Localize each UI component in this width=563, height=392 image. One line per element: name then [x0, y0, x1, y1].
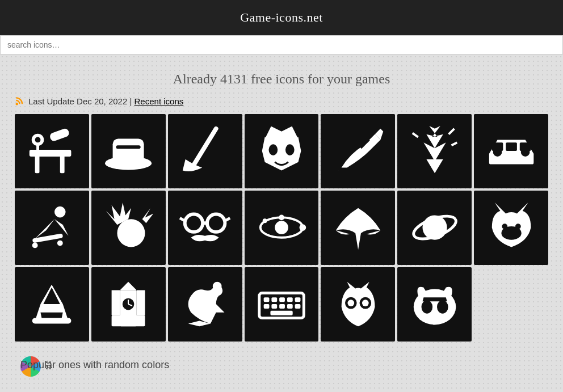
svg-point-13: [285, 145, 295, 156]
svg-rect-8: [113, 139, 144, 163]
svg-rect-19: [519, 143, 531, 151]
fireball-icon[interactable]: [91, 191, 166, 265]
svg-point-34: [263, 219, 267, 224]
svg-point-33: [279, 215, 284, 221]
svg-rect-40: [32, 318, 72, 324]
svg-point-39: [515, 224, 520, 229]
subway-icon[interactable]: [474, 114, 548, 188]
mask-icon[interactable]: [245, 114, 319, 188]
svg-rect-58: [287, 304, 293, 309]
svg-point-32: [299, 224, 306, 231]
telescope-icon[interactable]: [15, 114, 89, 188]
svg-point-30: [275, 221, 288, 235]
glasses-mustache-icon[interactable]: [168, 191, 242, 265]
svg-point-67: [437, 300, 448, 314]
svg-point-12: [268, 145, 278, 156]
header-bar: Game-icons.net: [0, 0, 563, 35]
svg-rect-56: [271, 304, 277, 309]
svg-rect-2: [60, 154, 65, 173]
svg-line-10: [194, 129, 216, 165]
svg-rect-9: [116, 146, 141, 149]
search-container: [0, 35, 563, 54]
search-input[interactable]: [0, 35, 563, 54]
svg-rect-47: [137, 290, 145, 315]
svg-point-38: [502, 224, 507, 229]
owl-icon[interactable]: [321, 267, 395, 342]
svg-rect-3: [30, 150, 72, 157]
svg-point-24: [117, 220, 145, 247]
popular-label: Popular ones with random colors: [20, 359, 169, 371]
tagline: Already 4131 free icons for your games: [15, 71, 548, 87]
goose-icon[interactable]: [168, 267, 242, 342]
skateboarder-icon[interactable]: [15, 191, 89, 265]
svg-rect-45: [112, 315, 145, 327]
svg-point-25: [185, 214, 203, 232]
bottom-area: Popular ones with random colors ⠿: [15, 351, 548, 380]
saturn-icon[interactable]: [397, 191, 472, 265]
broom-icon[interactable]: [168, 114, 242, 188]
update-text: Last Update Dec 20, 2022 |: [28, 96, 132, 106]
solar-system-icon[interactable]: [245, 191, 319, 265]
svg-rect-54: [295, 297, 301, 302]
badger-icon[interactable]: [397, 267, 472, 342]
svg-point-11: [188, 164, 194, 170]
svg-rect-53: [287, 297, 293, 302]
svg-rect-14: [489, 161, 533, 165]
helmet-icon[interactable]: [15, 267, 89, 342]
svg-rect-4: [49, 128, 70, 142]
svg-point-20: [54, 206, 66, 218]
svg-rect-1: [35, 154, 40, 173]
lightning-tree-icon[interactable]: [397, 114, 472, 188]
svg-line-28: [180, 218, 185, 221]
fox-icon[interactable]: [474, 191, 548, 265]
svg-rect-60: [270, 311, 292, 315]
site-title: Game-icons.net: [240, 10, 323, 25]
svg-rect-57: [279, 304, 285, 309]
svg-point-63: [347, 300, 354, 306]
eagle-icon[interactable]: [321, 191, 395, 265]
svg-point-64: [362, 300, 369, 306]
hat-icon[interactable]: [91, 114, 166, 188]
svg-point-66: [421, 300, 432, 314]
svg-point-48: [213, 282, 222, 291]
svg-point-23: [57, 241, 63, 246]
svg-point-5: [33, 136, 43, 145]
svg-rect-51: [271, 297, 277, 302]
recent-icons-link[interactable]: Recent icons: [135, 96, 184, 106]
keyboard-icon[interactable]: [245, 267, 319, 342]
svg-point-36: [422, 216, 447, 240]
svg-rect-55: [264, 304, 270, 309]
svg-rect-17: [506, 143, 517, 151]
svg-point-0: [16, 103, 19, 106]
hand-pen-icon[interactable]: [321, 114, 395, 188]
update-row: Last Update Dec 20, 2022 | Recent icons: [15, 96, 548, 106]
rss-icon: [15, 96, 25, 106]
svg-point-26: [207, 214, 225, 232]
svg-rect-46: [112, 290, 120, 315]
svg-rect-50: [264, 297, 270, 302]
icons-grid: [15, 114, 548, 342]
svg-point-22: [32, 243, 38, 248]
clock-tower-icon[interactable]: [91, 267, 166, 342]
svg-line-29: [225, 218, 230, 221]
svg-rect-18: [491, 143, 503, 151]
svg-rect-52: [279, 297, 285, 302]
svg-rect-59: [295, 304, 301, 309]
